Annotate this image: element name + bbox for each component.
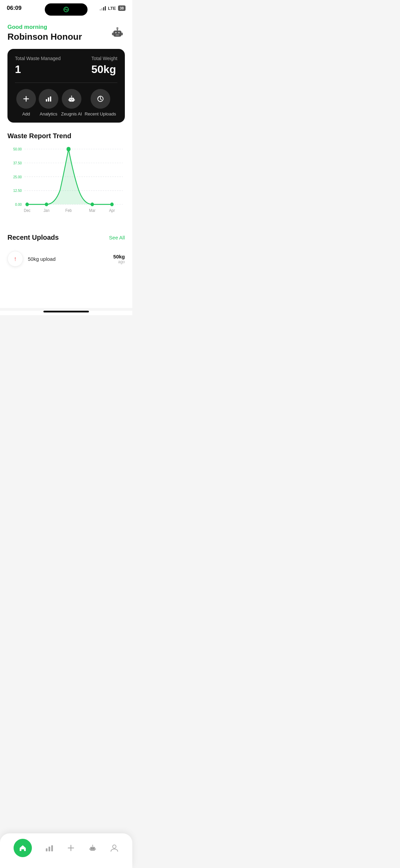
recent-section: Recent Uploads See All ↑ 50kg upload 50k… <box>7 227 125 274</box>
svg-point-35 <box>66 147 71 151</box>
upload-arrow-icon: ↑ <box>7 251 23 267</box>
recent-uploads-circle <box>91 89 110 109</box>
chart-svg: 50.00 37.50 25.00 12.50 0.00 Dec Jan Feb <box>7 145 125 220</box>
add-circle <box>16 89 36 109</box>
svg-text:Mar: Mar <box>89 208 96 213</box>
svg-rect-20 <box>68 99 69 101</box>
svg-point-33 <box>25 202 29 206</box>
upload-info: 50kg upload <box>28 256 109 262</box>
svg-point-6 <box>116 27 118 29</box>
robot-avatar-icon[interactable] <box>110 25 125 40</box>
svg-rect-4 <box>116 35 119 35</box>
svg-text:25.00: 25.00 <box>13 175 22 179</box>
total-weight-value: 50kg <box>91 63 117 76</box>
total-waste-stat: Total Waste Managed 1 <box>15 56 61 76</box>
action-zeugnis-ai[interactable]: Zeugnis AI <box>61 89 82 116</box>
greeting-text: Good morning <box>7 24 82 31</box>
status-time: 06:09 <box>7 5 21 12</box>
svg-text:Apr: Apr <box>109 208 115 213</box>
add-label: Add <box>22 111 30 116</box>
svg-point-37 <box>110 202 114 206</box>
recent-uploads-label: Recent Uploads <box>84 111 116 116</box>
dynamic-island <box>45 3 88 16</box>
svg-rect-13 <box>50 96 51 102</box>
svg-rect-11 <box>46 99 47 102</box>
quick-actions: Add Analytics <box>15 83 117 123</box>
svg-rect-17 <box>71 101 72 101</box>
svg-rect-16 <box>72 99 73 100</box>
upload-item[interactable]: ↑ 50kg upload 50kg ago <box>7 247 125 271</box>
svg-rect-21 <box>74 99 75 101</box>
svg-rect-8 <box>121 33 123 35</box>
chart-section: Waste Report Trend 50.00 37.50 25.00 12.… <box>7 132 125 227</box>
analytics-circle <box>39 89 58 109</box>
svg-rect-3 <box>118 32 120 33</box>
recent-uploads-title: Recent Uploads <box>7 234 59 241</box>
lte-indicator: LTE <box>108 6 116 11</box>
action-recent-uploads[interactable]: Recent Uploads <box>84 89 116 116</box>
svg-text:0.00: 0.00 <box>15 202 22 207</box>
chart-container: 50.00 37.50 25.00 12.50 0.00 Dec Jan Feb <box>7 145 125 220</box>
svg-rect-12 <box>48 97 49 102</box>
chart-title: Waste Report Trend <box>7 132 125 140</box>
zeugnis-ai-label: Zeugnis AI <box>61 111 82 116</box>
home-indicator <box>43 311 89 312</box>
action-analytics[interactable]: Analytics <box>39 89 58 116</box>
see-all-button[interactable]: See All <box>109 235 125 240</box>
upload-weight-info: 50kg ago <box>113 254 125 264</box>
user-name: Robinson Honour <box>7 32 82 42</box>
svg-rect-7 <box>112 33 113 35</box>
svg-rect-2 <box>115 32 117 33</box>
svg-point-36 <box>91 202 94 206</box>
zeugnis-ai-circle <box>62 89 81 109</box>
header: Good morning Robinson Honour <box>7 18 125 49</box>
svg-rect-15 <box>70 99 71 100</box>
total-waste-label: Total Waste Managed <box>15 56 61 61</box>
total-weight-stat: Total Weight 50kg <box>91 56 117 76</box>
svg-text:Jan: Jan <box>43 208 50 213</box>
stats-card: Total Waste Managed 1 Total Weight 50kg … <box>7 49 125 123</box>
analytics-label: Analytics <box>40 111 57 116</box>
upload-weight-value: 50kg <box>113 254 125 259</box>
battery-indicator: 38 <box>118 5 126 11</box>
signal-icon <box>100 6 106 11</box>
total-weight-label: Total Weight <box>91 56 117 61</box>
svg-point-34 <box>45 202 48 206</box>
svg-rect-1 <box>113 31 121 37</box>
svg-text:Feb: Feb <box>65 208 72 213</box>
svg-text:37.50: 37.50 <box>13 161 22 165</box>
upload-time: ago <box>113 259 125 264</box>
svg-rect-14 <box>69 98 74 102</box>
total-waste-value: 1 <box>15 63 61 76</box>
svg-text:Dec: Dec <box>24 208 31 213</box>
svg-point-19 <box>71 95 72 96</box>
svg-text:50.00: 50.00 <box>13 147 22 151</box>
upload-name: 50kg upload <box>28 256 109 262</box>
action-add[interactable]: Add <box>16 89 36 116</box>
svg-text:12.50: 12.50 <box>13 188 22 193</box>
